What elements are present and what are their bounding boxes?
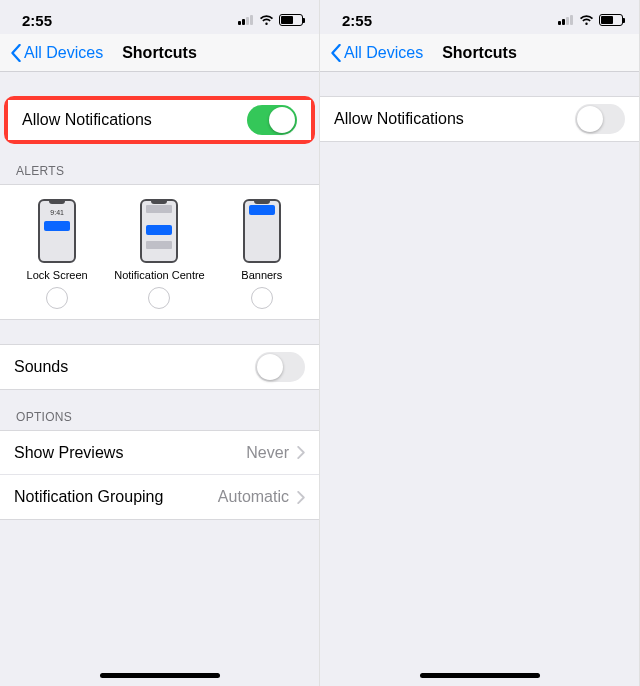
phone-left: 2:55 All Devices Shortcuts Allow Notific… [0, 0, 320, 686]
status-icons [558, 14, 623, 26]
status-time: 2:55 [342, 12, 372, 29]
options-section: Show Previews Never Notification Groupin… [0, 430, 319, 520]
chevron-left-icon [10, 44, 22, 62]
home-indicator[interactable] [100, 673, 220, 678]
phone-right: 2:55 All Devices Shortcuts Allow Notific… [320, 0, 640, 686]
chevron-right-icon [297, 446, 305, 459]
notification-grouping-row[interactable]: Notification Grouping Automatic [0, 475, 319, 519]
back-label: All Devices [344, 44, 423, 62]
alert-notification-centre[interactable]: Notification Centre [109, 199, 209, 309]
wifi-icon [579, 14, 594, 26]
battery-icon [599, 14, 623, 26]
nav-bar: All Devices Shortcuts [0, 34, 319, 72]
page-title: Shortcuts [122, 44, 197, 62]
alert-lockscreen[interactable]: 9:41 Lock Screen [7, 199, 107, 309]
alert-banners-radio[interactable] [251, 287, 273, 309]
wifi-icon [259, 14, 274, 26]
nav-bar: All Devices Shortcuts [320, 34, 639, 72]
row-value: Never [246, 444, 289, 462]
row-label: Notification Grouping [14, 488, 163, 506]
banner-icon [243, 199, 281, 263]
alert-label: Lock Screen [27, 269, 88, 281]
allow-notifications-row[interactable]: Allow Notifications [320, 97, 639, 141]
status-bar: 2:55 [0, 0, 319, 34]
status-bar: 2:55 [320, 0, 639, 34]
back-button[interactable]: All Devices [6, 34, 107, 71]
signal-icon [238, 15, 254, 25]
back-button[interactable]: All Devices [326, 34, 427, 71]
sounds-section: Sounds [0, 344, 319, 390]
status-time: 2:55 [22, 12, 52, 29]
allow-notifications-label: Allow Notifications [22, 111, 152, 129]
allow-notifications-toggle[interactable] [575, 104, 625, 134]
battery-icon [279, 14, 303, 26]
sounds-label: Sounds [14, 358, 68, 376]
back-label: All Devices [24, 44, 103, 62]
row-label: Show Previews [14, 444, 123, 462]
alerts-grid: 9:41 Lock Screen Notification Centre [0, 185, 319, 319]
alert-nc-radio[interactable] [148, 287, 170, 309]
sounds-row[interactable]: Sounds [0, 345, 319, 389]
signal-icon [558, 15, 574, 25]
sounds-toggle[interactable] [255, 352, 305, 382]
notification-centre-icon [140, 199, 178, 263]
page-title: Shortcuts [442, 44, 517, 62]
allow-notifications-toggle[interactable] [247, 105, 297, 135]
status-icons [238, 14, 303, 26]
alert-label: Banners [241, 269, 282, 281]
lockscreen-icon: 9:41 [38, 199, 76, 263]
alerts-header: ALERTS [0, 144, 319, 184]
allow-notifications-section: Allow Notifications [320, 96, 639, 142]
home-indicator[interactable] [420, 673, 540, 678]
alert-banners[interactable]: Banners [212, 199, 312, 309]
content: Allow Notifications [320, 72, 639, 686]
allow-notifications-label: Allow Notifications [334, 110, 464, 128]
content: Allow Notifications ALERTS 9:41 Lock Scr… [0, 72, 319, 686]
alerts-section: 9:41 Lock Screen Notification Centre [0, 184, 319, 320]
alert-label: Notification Centre [114, 269, 205, 281]
allow-notifications-highlight: Allow Notifications [4, 96, 315, 144]
chevron-right-icon [297, 491, 305, 504]
chevron-left-icon [330, 44, 342, 62]
alert-lockscreen-radio[interactable] [46, 287, 68, 309]
allow-notifications-row[interactable]: Allow Notifications [8, 100, 311, 140]
options-header: OPTIONS [0, 390, 319, 430]
row-value: Automatic [218, 488, 289, 506]
show-previews-row[interactable]: Show Previews Never [0, 431, 319, 475]
